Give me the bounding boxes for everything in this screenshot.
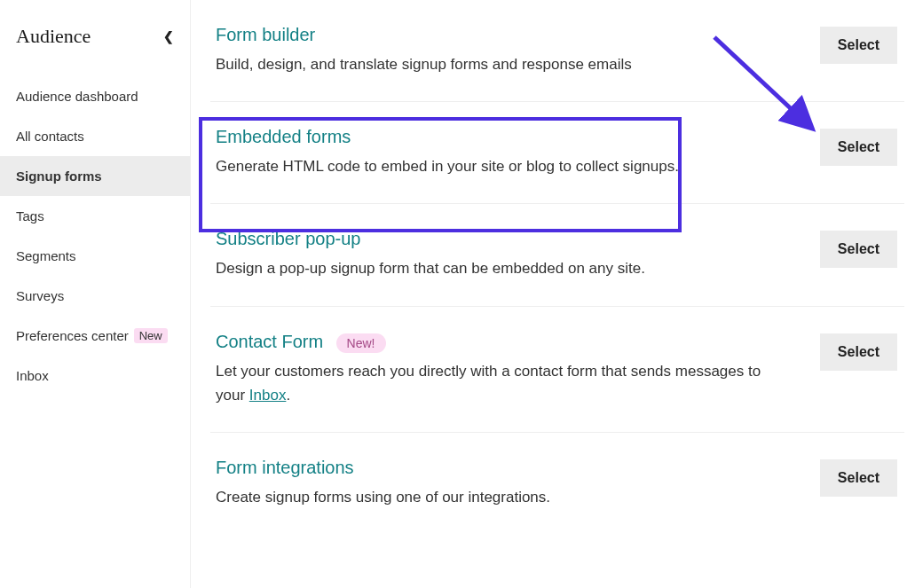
card-title[interactable]: Contact Form	[216, 332, 323, 352]
sidebar-item-label: Tags	[16, 208, 44, 223]
card-form-integrations: Form integrations Create signup forms us…	[210, 433, 904, 534]
sidebar-item-label: Inbox	[16, 368, 49, 383]
new-pill: New!	[336, 333, 386, 353]
select-button[interactable]: Select	[820, 129, 897, 166]
sidebar-item-surveys[interactable]: Surveys	[0, 276, 190, 316]
select-button[interactable]: Select	[820, 459, 897, 497]
sidebar-item-segments[interactable]: Segments	[0, 236, 190, 276]
card-body: Embedded forms Generate HTML code to emb…	[216, 127, 679, 178]
sidebar-item-label: All contacts	[16, 129, 84, 144]
sidebar-item-label: Audience dashboard	[16, 89, 138, 104]
sidebar-item-tags[interactable]: Tags	[0, 196, 190, 236]
sidebar-item-label: Surveys	[16, 288, 64, 303]
sidebar-item-audience-dashboard[interactable]: Audience dashboard	[0, 76, 190, 116]
select-button[interactable]: Select	[820, 333, 897, 371]
sidebar-item-label: Segments	[16, 248, 76, 263]
card-body: Form integrations Create signup forms us…	[216, 458, 550, 509]
sidebar-item-label: Preferences center	[16, 328, 129, 343]
card-desc: Generate HTML code to embed in your site…	[216, 154, 679, 178]
main-content: Form builder Build, design, and translat…	[191, 0, 915, 588]
card-body: Contact Form New! Let your customers rea…	[216, 332, 784, 407]
sidebar-item-preferences-center[interactable]: Preferences center New	[0, 316, 190, 356]
card-desc: Build, design, and translate signup form…	[216, 52, 632, 76]
card-title[interactable]: Embedded forms	[216, 127, 351, 147]
card-contact-form: Contact Form New! Let your customers rea…	[210, 307, 904, 433]
chevron-left-icon[interactable]: ❮	[163, 29, 174, 43]
select-button[interactable]: Select	[820, 27, 897, 64]
card-desc: Create signup forms using one of our int…	[216, 485, 550, 509]
card-embedded-forms: Embedded forms Generate HTML code to emb…	[210, 102, 904, 204]
card-desc: Design a pop-up signup form that can be …	[216, 256, 645, 280]
card-desc: Let your customers reach you directly wi…	[216, 359, 784, 407]
sidebar-item-inbox[interactable]: Inbox	[0, 356, 190, 396]
card-desc-post: .	[286, 387, 290, 404]
select-button[interactable]: Select	[820, 231, 897, 268]
card-body: Form builder Build, design, and translat…	[216, 25, 632, 76]
card-desc-pre: Let your customers reach you directly wi…	[216, 363, 761, 404]
new-badge: New	[134, 328, 168, 343]
card-title[interactable]: Subscriber pop-up	[216, 229, 360, 249]
sidebar-item-label: Signup forms	[16, 169, 102, 184]
card-title[interactable]: Form builder	[216, 25, 315, 45]
inbox-link[interactable]: Inbox	[249, 387, 287, 404]
card-body: Subscriber pop-up Design a pop-up signup…	[216, 229, 645, 280]
card-subscriber-popup: Subscriber pop-up Design a pop-up signup…	[210, 204, 904, 306]
sidebar-title: Audience	[16, 25, 91, 48]
sidebar: Audience ❮ Audience dashboard All contac…	[0, 0, 191, 588]
card-form-builder: Form builder Build, design, and translat…	[210, 0, 904, 102]
sidebar-item-signup-forms[interactable]: Signup forms	[0, 156, 190, 196]
sidebar-item-all-contacts[interactable]: All contacts	[0, 116, 190, 156]
sidebar-nav: Audience dashboard All contacts Signup f…	[0, 67, 190, 396]
sidebar-header: Audience ❮	[0, 25, 190, 67]
card-title[interactable]: Form integrations	[216, 458, 354, 478]
